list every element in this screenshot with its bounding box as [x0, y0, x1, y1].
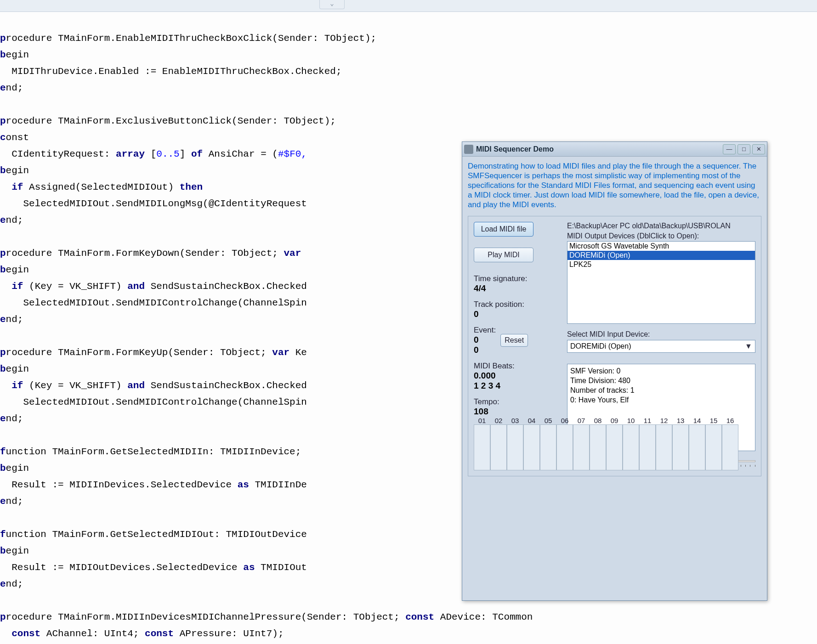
channel-level-bar [639, 424, 656, 470]
track-position-value: 0 [474, 309, 559, 319]
channel-level-bar [672, 424, 689, 470]
info-line: Time Division: 480 [570, 376, 752, 385]
channel-level-bar [490, 424, 507, 470]
midi-beats-label: MIDI Beats: [474, 362, 559, 371]
channel-level-bar [573, 424, 590, 470]
channel-level-bar [556, 424, 573, 470]
chevron-down-icon: ▼ [744, 342, 753, 350]
play-midi-button[interactable]: Play MIDI [474, 248, 533, 262]
app-icon [464, 145, 473, 154]
event-value-2: 0 [474, 345, 496, 355]
channel-meter: 11 [639, 417, 656, 470]
info-line: Number of tracks: 1 [570, 385, 752, 395]
channel-number: 08 [590, 417, 606, 424]
output-devices-listbox[interactable]: Microsoft GS Wavetable Synth DOREMiDi (O… [567, 241, 755, 324]
channel-number: 06 [556, 417, 573, 424]
channel-meter: 05 [540, 417, 556, 470]
channel-level-bar [540, 424, 556, 470]
channel-meter: 13 [672, 417, 689, 470]
tempo-value: 108 [474, 407, 559, 417]
channel-number: 01 [474, 417, 490, 424]
channel-number: 04 [523, 417, 540, 424]
channel-number: 15 [705, 417, 722, 424]
info-line: 0: Have Yours, Elf [570, 395, 752, 405]
maximize-button[interactable]: □ [738, 144, 750, 154]
channel-meter: 16 [722, 417, 738, 470]
channel-meter: 06 [556, 417, 573, 470]
channel-level-bar [705, 424, 722, 470]
channel-meter: 14 [689, 417, 705, 470]
editor-top-bar: ⌄ [0, 0, 817, 12]
list-item[interactable]: Microsoft GS Wavetable Synth [567, 242, 755, 251]
load-midi-button[interactable]: Load MIDI file [474, 222, 533, 237]
list-item[interactable]: LPK25 [567, 260, 755, 269]
channel-level-bar [689, 424, 705, 470]
channel-meters: 01020304050607080910111213141516 [474, 417, 755, 470]
info-line: SMF Version: 0 [570, 366, 752, 376]
controls-panel: Load MIDI file Play MIDI Time signature:… [468, 216, 761, 476]
channel-level-bar [656, 424, 672, 470]
midi-sequencer-dialog: MIDI Sequencer Demo — □ ✕ Demonstrating … [462, 141, 767, 601]
tempo-label: Tempo: [474, 397, 559, 407]
channel-level-bar [474, 424, 490, 470]
channel-level-bar [722, 424, 738, 470]
channel-number: 14 [689, 417, 705, 424]
channel-number: 10 [623, 417, 639, 424]
channel-number: 05 [540, 417, 556, 424]
channel-meter: 09 [606, 417, 623, 470]
channel-meter: 02 [490, 417, 507, 470]
channel-number: 02 [490, 417, 507, 424]
minimize-button[interactable]: — [723, 144, 736, 154]
channel-level-bar [606, 424, 623, 470]
channel-level-bar [590, 424, 606, 470]
dialog-description: Demonstrating how to load MIDI files and… [468, 161, 761, 209]
input-device-selected: DOREMiDi (Open) [570, 342, 631, 350]
event-value-1: 0 [474, 335, 496, 345]
channel-meter: 03 [507, 417, 523, 470]
time-signature-label: Time signature: [474, 274, 559, 283]
input-device-combobox[interactable]: DOREMiDi (Open) ▼ [567, 340, 755, 353]
channel-number: 09 [606, 417, 623, 424]
output-devices-label: MIDI Output Devices (DblClick to Open): [567, 232, 755, 240]
channel-meter: 04 [523, 417, 540, 470]
channel-level-bar [523, 424, 540, 470]
channel-meter: 12 [656, 417, 672, 470]
dialog-titlebar[interactable]: MIDI Sequencer Demo — □ ✕ [462, 142, 767, 157]
channel-meter: 08 [590, 417, 606, 470]
input-device-label: Select MIDI Input Device: [567, 330, 755, 339]
event-label: Event: [474, 326, 496, 335]
dialog-title: MIDI Sequencer Demo [476, 145, 723, 153]
channel-number: 12 [656, 417, 672, 424]
collapse-notch-icon[interactable]: ⌄ [319, 0, 345, 9]
channel-meter: 10 [623, 417, 639, 470]
time-signature-value: 4/4 [474, 283, 559, 294]
reset-button[interactable]: Reset [500, 334, 528, 347]
channel-meter: 01 [474, 417, 490, 470]
channel-level-bar [623, 424, 639, 470]
channel-number: 11 [639, 417, 656, 424]
channel-meter: 07 [573, 417, 590, 470]
close-button[interactable]: ✕ [752, 144, 765, 154]
midi-beats-seq: 1 2 3 4 [474, 381, 559, 391]
channel-number: 03 [507, 417, 523, 424]
channel-level-bar [507, 424, 523, 470]
channel-number: 13 [672, 417, 689, 424]
channel-number: 07 [573, 417, 590, 424]
channel-meter: 15 [705, 417, 722, 470]
midi-beats-value: 0.000 [474, 371, 559, 381]
track-position-label: Track position: [474, 300, 559, 309]
channel-number: 16 [722, 417, 738, 424]
loaded-file-path: E:\Backup\Acer PC old\Data\Backup\USB\RO… [567, 222, 755, 230]
list-item[interactable]: DOREMiDi (Open) [567, 251, 755, 260]
